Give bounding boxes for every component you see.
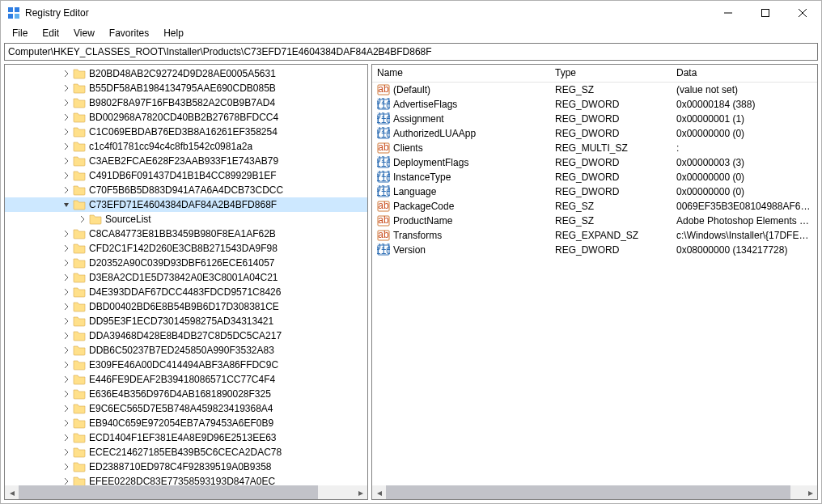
- menu-edit[interactable]: Edit: [36, 27, 66, 40]
- value-row[interactable]: abProductNameREG_SZAdobe Photoshop Eleme…: [372, 214, 817, 228]
- tree-item[interactable]: D20352A90C039D93DBF6126ECE614057: [5, 256, 367, 270]
- value-row[interactable]: 011110LanguageREG_DWORD0x00000000 (0): [372, 184, 817, 199]
- chevron-right-icon[interactable]: [61, 302, 71, 311]
- chevron-right-icon[interactable]: [61, 185, 71, 195]
- tree-item-label: ED2388710ED978C4F92839519A0B9358: [89, 461, 272, 472]
- tree-item[interactable]: EB940C659E972054EB7A79453A6EF0B9: [5, 416, 367, 430]
- column-data[interactable]: Data: [672, 65, 817, 82]
- tree-item[interactable]: BD002968A7820CD40BB2B27678BFDCC4: [5, 110, 367, 125]
- value-row[interactable]: ab(Default)REG_SZ(value not set): [372, 83, 817, 97]
- tree-item[interactable]: C8CA84773E81BB3459B980F8EA1AF62B: [5, 227, 367, 241]
- tree-item[interactable]: B20BD48AB2C92724D9D28AE0005A5631: [5, 66, 367, 81]
- chevron-right-icon[interactable]: [61, 389, 71, 399]
- chevron-right-icon[interactable]: [61, 171, 71, 180]
- tree-item[interactable]: DBD00402BD6E8B54B9B6D17D308381CE: [5, 299, 367, 314]
- value-type: REG_DWORD: [550, 157, 672, 168]
- tree-item[interactable]: CFD2C1F142D260E3CB8B271543DA9F98: [5, 241, 367, 256]
- value-row[interactable]: abPackageCodeREG_SZ0069EF35B3E08104988AF…: [372, 199, 817, 214]
- value-row[interactable]: 011110VersionREG_DWORD0x08000000 (134217…: [372, 243, 817, 257]
- tree-item[interactable]: ECD1404F1EF381E4A8E9D96E2513EE63: [5, 430, 367, 445]
- menu-view[interactable]: View: [67, 27, 101, 40]
- tree-item[interactable]: ECEC214627185EB439B5C6CECA2DAC78: [5, 445, 367, 460]
- scroll-thumb[interactable]: [386, 485, 790, 499]
- tree-item[interactable]: C491DB6F091437D41B1B4CC89929B1EF: [5, 168, 367, 183]
- tree-item[interactable]: E636E4B356D976D4AB1681890028F325: [5, 387, 367, 401]
- chevron-right-icon[interactable]: [61, 244, 71, 253]
- chevron-right-icon[interactable]: [61, 287, 71, 297]
- scroll-left-button[interactable]: ◂: [5, 485, 19, 499]
- scroll-track[interactable]: [19, 485, 354, 499]
- address-bar[interactable]: Computer\HKEY_CLASSES_ROOT\Installer\Pro…: [4, 43, 818, 61]
- tree-item[interactable]: c1c4f01781cc94c4c8fb1542c0981a2a: [5, 139, 367, 154]
- scroll-right-button[interactable]: ▸: [354, 485, 367, 499]
- menu-help[interactable]: Help: [157, 27, 190, 40]
- chevron-right-icon[interactable]: [61, 229, 71, 239]
- chevron-right-icon[interactable]: [61, 433, 71, 443]
- chevron-right-icon[interactable]: [61, 345, 71, 355]
- tree-item[interactable]: B9802F8A97F16FB43B582A2C0B9B7AD4: [5, 95, 367, 110]
- tree-item[interactable]: D4E393DDAF67DCC4483FDCD9571C8426: [5, 285, 367, 299]
- svg-text:ab: ab: [378, 83, 389, 95]
- chevron-down-icon[interactable]: [61, 200, 71, 210]
- chevron-right-icon[interactable]: [61, 462, 71, 472]
- column-type[interactable]: Type: [550, 65, 672, 82]
- chevron-right-icon[interactable]: [61, 258, 71, 268]
- tree-item[interactable]: B55DF58AB1984134795AAE690CDB085B: [5, 81, 367, 95]
- chevron-right-icon[interactable]: [61, 273, 71, 282]
- menu-file[interactable]: File: [6, 27, 34, 40]
- value-row[interactable]: abTransformsREG_EXPAND_SZc:\Windows\Inst…: [372, 228, 817, 243]
- chevron-right-icon[interactable]: [61, 98, 71, 108]
- tree-hscrollbar[interactable]: ◂ ▸: [5, 485, 367, 499]
- maximize-button[interactable]: [747, 1, 784, 25]
- chevron-right-icon[interactable]: [61, 404, 71, 413]
- chevron-right-icon[interactable]: [61, 142, 71, 151]
- chevron-right-icon[interactable]: [61, 112, 71, 122]
- tree-item[interactable]: ED2388710ED978C4F92839519A0B9358: [5, 460, 367, 474]
- chevron-right-icon[interactable]: [61, 447, 71, 457]
- value-row[interactable]: 011110DeploymentFlagsREG_DWORD0x00000003…: [372, 155, 817, 170]
- chevron-right-icon[interactable]: [61, 69, 71, 78]
- scroll-left-button[interactable]: ◂: [372, 485, 386, 499]
- tree-item[interactable]: E9C6EC565D7E5B748A459823419368A4: [5, 401, 367, 416]
- tree-item[interactable]: DDB6C50237B7ED245850A990F3532A83: [5, 343, 367, 358]
- chevron-right-icon[interactable]: [61, 360, 71, 370]
- titlebar[interactable]: Registry Editor: [1, 1, 821, 25]
- values-list[interactable]: ab(Default)REG_SZ(value not set)011110Ad…: [372, 83, 817, 485]
- tree-item[interactable]: C70F5B6B5D883D941A7A6A4DCB73CDCC: [5, 183, 367, 197]
- menu-favorites[interactable]: Favorites: [103, 27, 155, 40]
- tree-item[interactable]: DD95E3F1ECD73014598275AD34313421: [5, 314, 367, 328]
- tree-item[interactable]: C3AEB2FCAE628F23AAB933F1E743AB79: [5, 154, 367, 168]
- svg-text:110: 110: [377, 129, 390, 140]
- scroll-thumb[interactable]: [19, 485, 318, 499]
- chevron-right-icon[interactable]: [61, 156, 71, 166]
- tree-item[interactable]: DDA39468D428E8B4DB27C8D5DC5CA217: [5, 328, 367, 343]
- chevron-right-icon[interactable]: [61, 83, 71, 93]
- minimize-button[interactable]: [710, 1, 747, 25]
- tree-item[interactable]: C73EFD71E4604384DAF84A2B4BFD868F: [5, 197, 367, 212]
- value-row[interactable]: 011110AdvertiseFlagsREG_DWORD0x00000184 …: [372, 97, 817, 112]
- tree-item[interactable]: C1C069EBDAB76ED3B8A16261EF358254: [5, 125, 367, 139]
- tree-item[interactable]: EFEE0228DC83E77358593193D847A0EC: [5, 474, 367, 485]
- chevron-right-icon[interactable]: [61, 316, 71, 326]
- value-row[interactable]: 011110InstanceTypeREG_DWORD0x00000000 (0…: [372, 170, 817, 184]
- svg-rect-5: [762, 10, 769, 17]
- tree-item[interactable]: E446FE9DEAF2B39418086571CC77C4F4: [5, 372, 367, 387]
- values-hscrollbar[interactable]: ◂ ▸: [372, 485, 817, 499]
- scroll-right-button[interactable]: ▸: [803, 485, 817, 499]
- close-button[interactable]: [784, 1, 821, 25]
- tree-item[interactable]: E309FE46A00DC414494ABF3A86FFDC9C: [5, 358, 367, 372]
- value-row[interactable]: 011110AuthorizedLUAAppREG_DWORD0x0000000…: [372, 126, 817, 141]
- scroll-track[interactable]: [386, 485, 803, 499]
- tree-item[interactable]: SourceList: [5, 212, 367, 227]
- chevron-right-icon[interactable]: [61, 418, 71, 428]
- chevron-right-icon[interactable]: [61, 375, 71, 384]
- value-row[interactable]: abClientsREG_MULTI_SZ:: [372, 141, 817, 155]
- column-name[interactable]: Name: [372, 65, 550, 82]
- chevron-right-icon[interactable]: [61, 331, 71, 341]
- chevron-right-icon[interactable]: [78, 214, 87, 224]
- tree-item[interactable]: D3E8A2CD1E5D73842A0E3C8001A04C21: [5, 270, 367, 285]
- registry-tree[interactable]: B20BD48AB2C92724D9D28AE0005A5631B55DF58A…: [5, 65, 367, 485]
- chevron-right-icon[interactable]: [61, 476, 71, 485]
- chevron-right-icon[interactable]: [61, 127, 71, 137]
- value-row[interactable]: 011110AssignmentREG_DWORD0x00000001 (1): [372, 112, 817, 126]
